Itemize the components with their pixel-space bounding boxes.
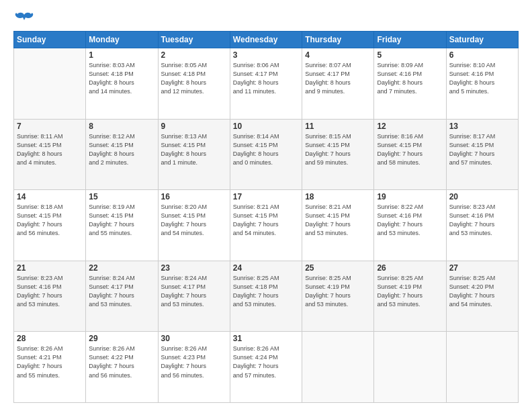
calendar-cell: 8Sunrise: 8:12 AM Sunset: 4:15 PM Daylig… [86,119,158,190]
day-number: 16 [161,192,227,201]
day-number: 15 [89,192,154,201]
calendar-cell: 21Sunrise: 8:23 AM Sunset: 4:16 PM Dayli… [14,261,86,332]
day-number: 25 [305,263,371,273]
day-number: 31 [233,334,299,343]
calendar-cell [374,332,446,403]
day-info: Sunrise: 8:22 AM Sunset: 4:16 PM Dayligh… [377,203,443,238]
calendar-cell: 4Sunrise: 8:07 AM Sunset: 4:17 PM Daylig… [302,48,374,120]
day-info: Sunrise: 8:13 AM Sunset: 4:15 PM Dayligh… [161,132,227,167]
calendar-cell: 1Sunrise: 8:03 AM Sunset: 4:18 PM Daylig… [86,48,158,120]
calendar-cell: 12Sunrise: 8:16 AM Sunset: 4:15 PM Dayli… [374,119,446,190]
day-info: Sunrise: 8:03 AM Sunset: 4:18 PM Dayligh… [89,61,154,96]
day-info: Sunrise: 8:25 AM Sunset: 4:19 PM Dayligh… [377,274,443,309]
day-number: 3 [233,50,299,60]
day-number: 22 [89,263,154,273]
day-info: Sunrise: 8:06 AM Sunset: 4:17 PM Dayligh… [233,61,299,96]
day-info: Sunrise: 8:26 AM Sunset: 4:21 PM Dayligh… [17,345,83,379]
calendar-cell: 13Sunrise: 8:17 AM Sunset: 4:15 PM Dayli… [446,119,518,190]
day-number: 28 [17,334,83,343]
calendar-cell: 9Sunrise: 8:13 AM Sunset: 4:15 PM Daylig… [158,119,230,190]
day-info: Sunrise: 8:14 AM Sunset: 4:15 PM Dayligh… [233,132,299,167]
calendar-cell [14,48,86,120]
day-info: Sunrise: 8:23 AM Sunset: 4:16 PM Dayligh… [17,274,83,309]
calendar-cell: 31Sunrise: 8:26 AM Sunset: 4:24 PM Dayli… [230,332,302,403]
day-number: 1 [89,50,154,60]
day-info: Sunrise: 8:11 AM Sunset: 4:15 PM Dayligh… [17,132,83,167]
day-info: Sunrise: 8:07 AM Sunset: 4:17 PM Dayligh… [305,61,371,96]
day-number: 19 [377,192,443,201]
day-number: 11 [305,122,371,131]
day-number: 10 [233,122,299,131]
day-info: Sunrise: 8:24 AM Sunset: 4:17 PM Dayligh… [161,274,227,309]
day-number: 13 [449,122,515,131]
day-number: 6 [449,50,515,60]
header [13,12,519,24]
calendar-table: SundayMondayTuesdayWednesdayThursdayFrid… [13,31,519,403]
day-info: Sunrise: 8:25 AM Sunset: 4:20 PM Dayligh… [449,274,515,309]
calendar-cell: 28Sunrise: 8:26 AM Sunset: 4:21 PM Dayli… [14,332,86,403]
day-info: Sunrise: 8:15 AM Sunset: 4:15 PM Dayligh… [305,132,371,167]
page: SundayMondayTuesdayWednesdayThursdayFrid… [0,0,532,411]
calendar-week-row: 21Sunrise: 8:23 AM Sunset: 4:16 PM Dayli… [14,261,519,332]
day-info: Sunrise: 8:21 AM Sunset: 4:15 PM Dayligh… [233,203,299,238]
day-info: Sunrise: 8:25 AM Sunset: 4:19 PM Dayligh… [305,274,371,309]
weekday-header-friday: Friday [374,32,446,48]
day-info: Sunrise: 8:20 AM Sunset: 4:15 PM Dayligh… [161,203,227,238]
calendar-cell: 26Sunrise: 8:25 AM Sunset: 4:19 PM Dayli… [374,261,446,332]
weekday-header-tuesday: Tuesday [158,32,230,48]
day-number: 27 [449,263,515,273]
day-number: 29 [89,334,154,343]
calendar-cell: 27Sunrise: 8:25 AM Sunset: 4:20 PM Dayli… [446,261,518,332]
calendar-week-row: 14Sunrise: 8:18 AM Sunset: 4:15 PM Dayli… [14,190,519,261]
calendar-cell: 14Sunrise: 8:18 AM Sunset: 4:15 PM Dayli… [14,190,86,261]
calendar-cell: 7Sunrise: 8:11 AM Sunset: 4:15 PM Daylig… [14,119,86,190]
day-number: 21 [17,263,83,273]
calendar-cell: 29Sunrise: 8:26 AM Sunset: 4:22 PM Dayli… [86,332,158,403]
calendar-cell: 16Sunrise: 8:20 AM Sunset: 4:15 PM Dayli… [158,190,230,261]
weekday-header-saturday: Saturday [446,32,518,48]
day-number: 26 [377,263,443,273]
day-info: Sunrise: 8:23 AM Sunset: 4:16 PM Dayligh… [449,203,515,238]
day-number: 18 [305,192,371,201]
day-info: Sunrise: 8:17 AM Sunset: 4:15 PM Dayligh… [449,132,515,167]
calendar-cell: 30Sunrise: 8:26 AM Sunset: 4:23 PM Dayli… [158,332,230,403]
calendar-cell: 6Sunrise: 8:10 AM Sunset: 4:16 PM Daylig… [446,48,518,120]
calendar-cell: 22Sunrise: 8:24 AM Sunset: 4:17 PM Dayli… [86,261,158,332]
day-info: Sunrise: 8:25 AM Sunset: 4:18 PM Dayligh… [233,274,299,309]
calendar-cell [302,332,374,403]
day-number: 20 [449,192,515,201]
day-number: 30 [161,334,227,343]
day-number: 12 [377,122,443,131]
day-number: 17 [233,192,299,201]
day-number: 14 [17,192,83,201]
weekday-header-thursday: Thursday [302,32,374,48]
day-info: Sunrise: 8:26 AM Sunset: 4:23 PM Dayligh… [161,345,227,379]
day-info: Sunrise: 8:24 AM Sunset: 4:17 PM Dayligh… [89,274,154,309]
logo [13,12,34,24]
day-number: 5 [377,50,443,60]
calendar-week-row: 28Sunrise: 8:26 AM Sunset: 4:21 PM Dayli… [14,332,519,403]
logo-bird-icon [15,12,34,27]
day-number: 9 [161,122,227,131]
calendar-cell: 17Sunrise: 8:21 AM Sunset: 4:15 PM Dayli… [230,190,302,261]
weekday-header-sunday: Sunday [14,32,86,48]
day-info: Sunrise: 8:19 AM Sunset: 4:15 PM Dayligh… [89,203,154,238]
day-number: 24 [233,263,299,273]
calendar-cell: 20Sunrise: 8:23 AM Sunset: 4:16 PM Dayli… [446,190,518,261]
day-info: Sunrise: 8:26 AM Sunset: 4:22 PM Dayligh… [89,345,154,379]
day-number: 8 [89,122,154,131]
calendar-cell: 10Sunrise: 8:14 AM Sunset: 4:15 PM Dayli… [230,119,302,190]
calendar-cell: 19Sunrise: 8:22 AM Sunset: 4:16 PM Dayli… [374,190,446,261]
day-info: Sunrise: 8:18 AM Sunset: 4:15 PM Dayligh… [17,203,83,238]
day-info: Sunrise: 8:10 AM Sunset: 4:16 PM Dayligh… [449,61,515,96]
calendar-cell: 24Sunrise: 8:25 AM Sunset: 4:18 PM Dayli… [230,261,302,332]
calendar-week-row: 7Sunrise: 8:11 AM Sunset: 4:15 PM Daylig… [14,119,519,190]
weekday-header-monday: Monday [86,32,158,48]
day-number: 23 [161,263,227,273]
weekday-header-row: SundayMondayTuesdayWednesdayThursdayFrid… [14,32,519,48]
weekday-header-wednesday: Wednesday [230,32,302,48]
calendar-cell: 3Sunrise: 8:06 AM Sunset: 4:17 PM Daylig… [230,48,302,120]
calendar-cell: 11Sunrise: 8:15 AM Sunset: 4:15 PM Dayli… [302,119,374,190]
day-info: Sunrise: 8:26 AM Sunset: 4:24 PM Dayligh… [233,345,299,379]
day-info: Sunrise: 8:09 AM Sunset: 4:16 PM Dayligh… [377,61,443,96]
